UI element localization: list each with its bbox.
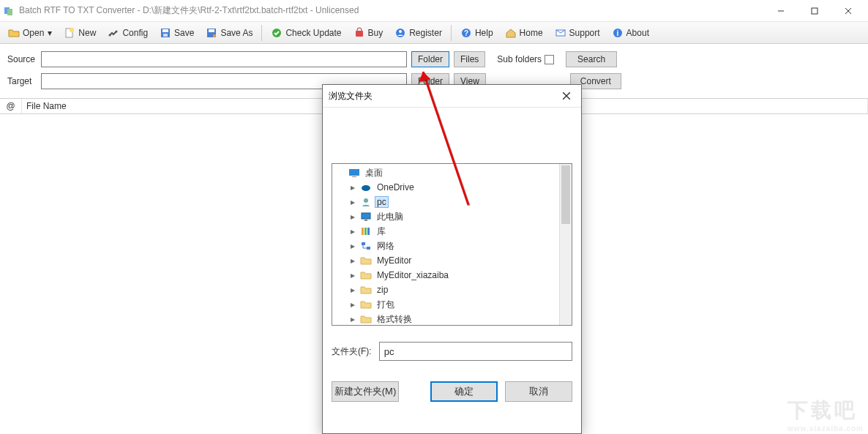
window-title: Batch RTF TO TXT Converter - D:\新建文件夹\Rt… [19,4,764,17]
folder-icon [360,255,372,266]
help-button[interactable]: ? Help [455,24,498,42]
expander-icon[interactable]: ▸ [348,256,357,265]
close-button[interactable] [831,0,865,22]
expander-icon[interactable]: ▸ [348,315,357,323]
new-button[interactable]: New [59,24,101,42]
dialog-title: 浏览文件夹 [329,90,373,102]
source-files-button[interactable]: Files [454,51,485,67]
buy-icon [353,27,365,39]
expander-icon[interactable]: ▸ [348,300,357,309]
check-icon [271,27,283,39]
config-button[interactable]: Config [102,24,153,42]
svg-rect-33 [364,228,367,235]
svg-point-7 [70,28,74,32]
tree-item-folder[interactable]: ▸ MyEditor_xiazaiba [334,268,572,283]
folder-icon [360,299,372,310]
chevron-down-icon[interactable]: ▾ [47,27,52,39]
dialog-close-button[interactable] [558,87,575,105]
ok-button[interactable]: 确定 [430,381,498,402]
expander-icon[interactable]: ▸ [348,285,357,294]
check-update-button[interactable]: Check Update [266,24,346,42]
support-icon [555,27,566,39]
save-icon [160,27,171,39]
folder-tree[interactable]: 桌面 ▸ OneDrive ▸ pc ▸ 此电脑 ▸ 库 [332,163,572,326]
folder-icon [360,284,372,296]
expander-icon[interactable]: ▸ [348,271,357,280]
toolbar: Open ▾ New Config Save Save As Check Upd… [0,22,868,44]
monitor-icon [360,211,372,222]
list-col-index[interactable]: @ [0,99,22,113]
folder-name-input[interactable]: pc [379,342,572,361]
register-icon [394,27,406,39]
tree-item-network[interactable]: ▸ 网络 [334,239,572,253]
desktop-icon [348,167,360,179]
new-folder-button[interactable]: 新建文件夹(M) [332,381,399,402]
library-icon [360,225,372,237]
register-label: Register [409,28,442,38]
tree-item-libs[interactable]: ▸ 库 [334,224,572,239]
svg-rect-34 [367,228,370,235]
register-button[interactable]: Register [389,24,447,42]
titlebar: Batch RTF TO TXT Converter - D:\新建文件夹\Rt… [0,0,868,22]
source-input[interactable] [41,51,407,67]
support-button[interactable]: Support [550,24,605,42]
tree-scrollbar[interactable] [559,164,572,325]
expander-icon[interactable]: ▸ [348,198,357,206]
tree-item-folder[interactable]: ▸ zip [334,283,572,297]
help-label: Help [475,28,493,38]
svg-point-18 [399,30,402,33]
open-button[interactable]: Open ▾ [3,24,57,42]
watermark: 下载吧 www.xiazaiba.com [787,397,864,433]
tree-item-desktop[interactable]: 桌面 [334,165,572,180]
expander-icon[interactable]: ▸ [348,183,357,192]
svg-text:i: i [616,29,618,37]
about-button[interactable]: i About [607,24,654,42]
source-label: Source [7,54,37,64]
minimize-button[interactable] [764,0,798,22]
cancel-button[interactable]: 取消 [505,381,572,402]
buy-label: Buy [368,28,384,38]
help-icon: ? [460,27,472,39]
svg-rect-31 [364,220,367,221]
source-row: Source Folder Files Sub folders Search [7,51,861,67]
source-folder-button[interactable]: Folder [411,51,449,67]
new-icon [64,27,75,39]
app-icon [3,5,15,17]
target-label: Target [7,76,37,86]
svg-text:?: ? [464,29,468,37]
tree-item-folder[interactable]: ▸ 格式转换 [334,312,572,326]
expander-icon[interactable]: ▸ [348,242,357,250]
svg-point-9 [116,30,118,32]
search-button[interactable]: Search [566,51,617,67]
subfolders-checkbox[interactable] [545,55,554,64]
maximize-button[interactable] [798,0,831,22]
toolbar-separator [451,25,452,41]
home-icon [505,27,517,39]
about-icon: i [612,27,624,39]
svg-rect-27 [352,176,356,177]
cloud-icon [360,182,372,193]
svg-rect-11 [162,29,168,32]
toolbar-separator [261,25,262,41]
save-label: Save [174,28,194,38]
check-label: Check Update [285,28,341,38]
folder-icon [360,269,372,281]
open-icon [8,27,20,39]
buy-button[interactable]: Buy [348,24,389,42]
config-icon [108,27,119,39]
network-icon [360,240,372,252]
save-button[interactable]: Save [154,24,199,42]
home-button[interactable]: Home [500,24,548,42]
tree-item-pc[interactable]: ▸ pc [334,195,572,209]
tree-item-folder[interactable]: ▸ MyEditor [334,253,572,268]
tree-item-onedrive[interactable]: ▸ OneDrive [334,180,572,195]
tree-item-folder[interactable]: ▸ 打包 [334,297,572,312]
tree-item-thispc[interactable]: ▸ 此电脑 [334,209,572,224]
config-label: Config [122,28,148,38]
svg-rect-14 [209,29,214,32]
expander-icon[interactable]: ▸ [348,212,357,221]
svg-rect-35 [362,242,365,245]
saveas-button[interactable]: Save As [201,24,258,42]
expander-icon[interactable]: ▸ [348,227,357,236]
new-label: New [78,28,96,38]
